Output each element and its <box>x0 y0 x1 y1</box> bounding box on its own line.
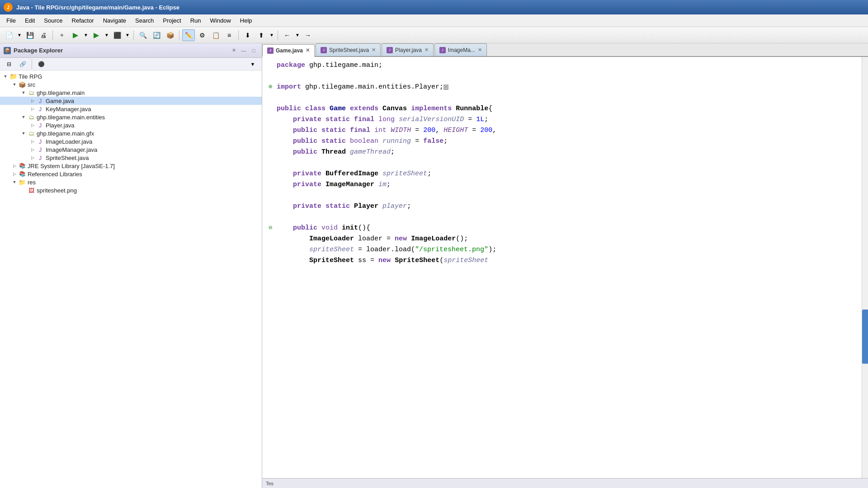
tree-arrow-game-java[interactable]: ▷ <box>29 97 36 104</box>
line-marker-16[interactable]: ⊖ <box>266 223 275 233</box>
tree-arrow-jre[interactable]: ▷ <box>11 162 18 169</box>
tab-game-java[interactable]: J Game.java ✕ <box>262 44 315 57</box>
tree-item-ref-libraries[interactable]: ▷ 📚 Referenced Libraries <box>0 170 262 178</box>
tree-arrow-src[interactable]: ▼ <box>11 81 18 88</box>
link-editor-button[interactable]: 🔗 <box>16 58 29 70</box>
tree-item-src[interactable]: ▼ 📦 src <box>0 80 262 89</box>
code-editor[interactable]: package ghp.tilegame.main; ⊕ import ghp.… <box>262 57 868 478</box>
prev-button[interactable]: ⬇ <box>241 29 254 41</box>
tree-item-ghp-entities[interactable]: ▼ 🗂 ghp.tilegame.main.entities <box>0 113 262 121</box>
back-button[interactable]: ← <box>281 29 293 41</box>
marker-button[interactable]: ⚙ <box>196 29 208 41</box>
run-dropdown-button[interactable]: ▼ <box>83 29 89 41</box>
menu-run[interactable]: Run <box>186 16 206 25</box>
tree-arrow-tile-rpg[interactable]: ▼ <box>2 73 9 80</box>
menu-refactor[interactable]: Refactor <box>67 16 99 25</box>
tree-label-ref-libs: Referenced Libraries <box>28 171 82 178</box>
tree-item-keymanager-java[interactable]: ▷ J KeyManager.java <box>0 105 262 113</box>
open-type-button[interactable]: 📦 <box>164 29 176 41</box>
tree-item-player-java[interactable]: ▷ J Player.java <box>0 121 262 129</box>
tree-label-ghp-main: ghp.tilegame.main <box>37 89 85 96</box>
run2-dropdown-button[interactable]: ▼ <box>104 29 110 41</box>
view-button[interactable]: 📋 <box>209 29 222 41</box>
code-line-4 <box>262 93 868 104</box>
new-dropdown-button[interactable]: ▼ <box>16 29 23 41</box>
menu-help[interactable]: Help <box>236 16 257 25</box>
tab-game-java-label: Game.java <box>276 47 303 54</box>
tree-item-game-java[interactable]: ▷ J Game.java <box>0 97 262 105</box>
terminate-button[interactable]: ⬛ <box>111 29 123 41</box>
pe-view-dropdown[interactable]: ▼ <box>246 58 259 70</box>
tree-arrow-ghp-entities[interactable]: ▼ <box>20 113 27 121</box>
tree-arrow-keymanager[interactable]: ▷ <box>29 105 36 113</box>
tree-item-spritesheet-java[interactable]: ▷ J SpriteSheet.java <box>0 154 262 162</box>
menu-project[interactable]: Project <box>158 16 185 25</box>
next-button[interactable]: ⬆ <box>255 29 268 41</box>
tree-arrow-imagemanager[interactable]: ▷ <box>29 146 36 153</box>
tree-label-res: res <box>28 179 36 186</box>
line-marker-3[interactable]: ⊕ <box>266 82 275 92</box>
code-line-6: private static final long serialVersionU… <box>262 115 868 126</box>
tree-arrow-spritesheet[interactable]: ▷ <box>29 154 36 161</box>
java-keymanager-icon: J <box>36 105 44 113</box>
tree-label-spritesheet-png: spritesheet.png <box>37 187 77 194</box>
terminate-dropdown[interactable]: ▼ <box>124 29 131 41</box>
compare-button[interactable]: ≡ <box>223 29 236 41</box>
tree-arrow-imageloader[interactable]: ▷ <box>29 138 36 145</box>
tree-item-ghp-gfx[interactable]: ▼ 🗂 ghp.tilegame.main.gfx <box>0 129 262 137</box>
back-dropdown[interactable]: ▼ <box>294 29 301 41</box>
tree-item-res[interactable]: ▼ 📁 res <box>0 178 262 186</box>
refresh-button[interactable]: 🔄 <box>150 29 163 41</box>
status-bar: Tes <box>262 478 868 488</box>
menu-search[interactable]: Search <box>131 16 158 25</box>
line-content-6: private static final long serialVersionU… <box>275 115 488 125</box>
highlight-button[interactable]: ✏️ <box>182 29 195 41</box>
tree-arrow-player[interactable]: ▷ <box>29 122 36 129</box>
forward-button[interactable]: → <box>302 29 314 41</box>
package-explorer-close[interactable]: ✕ <box>229 46 238 55</box>
tree-item-imagemanager-java[interactable]: ▷ J ImageManager.java <box>0 145 262 154</box>
package-explorer-minimize[interactable]: — <box>239 46 248 55</box>
new-file-button[interactable]: 📄 <box>3 29 15 41</box>
menu-file[interactable]: File <box>2 16 20 25</box>
tree-item-imageloader-java[interactable]: ▷ J ImageLoader.java <box>0 137 262 145</box>
tab-imagema-close[interactable]: ✕ <box>478 47 482 53</box>
tab-imagema[interactable]: J ImageMa... ✕ <box>434 43 487 56</box>
tree-arrow-ghp-main[interactable]: ▼ <box>20 89 27 96</box>
package-explorer-maximize[interactable]: □ <box>249 46 258 55</box>
save-button[interactable]: 💾 <box>24 29 36 41</box>
run-button[interactable]: ▶ <box>69 29 82 41</box>
run2-button[interactable]: ▶ <box>90 29 103 41</box>
print-button[interactable]: 🖨 <box>37 29 50 41</box>
tab-game-java-close[interactable]: ✕ <box>306 47 310 53</box>
tab-player-label: Player.java <box>395 47 422 53</box>
menu-window[interactable]: Window <box>206 16 236 25</box>
collapse-all-button[interactable]: ⊟ <box>3 58 15 70</box>
nav-dropdown[interactable]: ▼ <box>269 29 275 41</box>
vertical-scrollbar[interactable] <box>862 57 868 478</box>
scrollbar-thumb[interactable] <box>862 310 868 364</box>
tree-item-tile-rpg[interactable]: ▼ 📁 Tile RPG <box>0 72 262 80</box>
view-menu-button[interactable]: ⚫ <box>35 58 47 70</box>
line-content-11: private BufferedImage spriteSheet; <box>275 169 431 179</box>
search-button[interactable]: 🔍 <box>137 29 149 41</box>
tree-item-jre-library[interactable]: ▷ 📚 JRE System Library [JavaSE-1.7] <box>0 162 262 170</box>
tree-item-spritesheet-png[interactable]: ▷ 🖼 spritesheet.png <box>0 186 262 194</box>
menu-navigate[interactable]: Navigate <box>99 16 131 25</box>
window-title: Java - Tile RPG/src/ghp/tilegame/main/Ga… <box>16 4 179 11</box>
tree-arrow-ref-libs[interactable]: ▷ <box>11 170 18 178</box>
debug-button[interactable]: ✦ <box>56 29 68 41</box>
tree-arrow-res[interactable]: ▼ <box>11 178 18 186</box>
res-icon: 📁 <box>18 178 26 186</box>
tab-spritesheet-java[interactable]: J SpriteSheet.java ✕ <box>316 43 381 56</box>
tree-arrow-ghp-gfx[interactable]: ▼ <box>20 130 27 137</box>
toolbar-sep-3 <box>179 30 179 40</box>
tab-player-close[interactable]: ✕ <box>425 47 429 53</box>
line-content-15 <box>275 212 281 223</box>
tree-item-ghp-main[interactable]: ▼ 🗂 ghp.tilegame.main <box>0 89 262 97</box>
menu-source[interactable]: Source <box>39 16 67 25</box>
menu-edit[interactable]: Edit <box>20 16 39 25</box>
ref-libs-icon: 📚 <box>18 170 26 178</box>
tab-player-java[interactable]: J Player.java ✕ <box>382 43 434 56</box>
tab-spritesheet-close[interactable]: ✕ <box>372 47 376 53</box>
